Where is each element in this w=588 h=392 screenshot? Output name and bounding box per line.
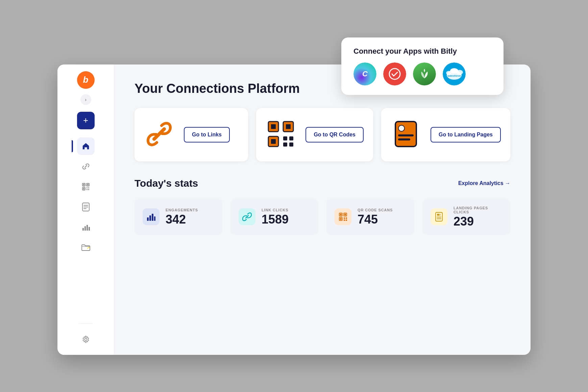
sidebar-bottom — [77, 313, 95, 348]
stats-row: ENGAGEMENTS 342 LINK CLICKS — [134, 199, 510, 235]
svg-rect-52 — [344, 219, 345, 221]
stat-landing-clicks: LANDING PAGES CLICKS 239 — [422, 199, 510, 235]
svg-rect-35 — [395, 122, 416, 147]
tooltip-title: Connect your Apps with Bitly — [353, 47, 491, 56]
svg-rect-32 — [289, 136, 293, 140]
sidebar: b › + — [57, 64, 114, 355]
landing-clicks-icon — [431, 208, 447, 225]
explore-analytics-link[interactable]: Explore Analytics → — [458, 180, 510, 186]
connect-apps-tooltip: Connect your Apps with Bitly C — [341, 37, 504, 95]
links-card: Go to Links — [134, 108, 248, 161]
engagements-info: ENGAGEMENTS 342 — [166, 208, 198, 226]
svg-rect-11 — [83, 188, 84, 189]
svg-rect-13 — [88, 187, 89, 188]
app-salesforce-icon[interactable]: salesforce — [443, 62, 466, 85]
sidebar-expand-btn[interactable]: › — [80, 94, 91, 105]
svg-rect-12 — [87, 187, 88, 188]
landing-icon-wrap — [391, 119, 421, 151]
svg-rect-31 — [283, 136, 287, 140]
landing-clicks-info: LANDING PAGES CLICKS 239 — [454, 206, 502, 228]
sidebar-item-home[interactable] — [77, 137, 95, 155]
svg-rect-26 — [271, 124, 276, 129]
qr-icon-wrap — [266, 119, 296, 151]
engagements-icon — [143, 208, 160, 225]
svg-rect-22 — [87, 225, 88, 231]
svg-point-24 — [84, 338, 87, 340]
qr-scans-info: QR CODE SCANS 745 — [358, 208, 393, 226]
svg-rect-23 — [89, 227, 90, 231]
svg-rect-51 — [346, 217, 347, 219]
sidebar-item-links[interactable] — [77, 158, 95, 175]
app-canva-icon[interactable]: C — [353, 62, 376, 85]
svg-rect-49 — [340, 218, 342, 220]
svg-point-37 — [399, 126, 404, 131]
stats-title: Today's stats — [134, 178, 198, 189]
sidebar-item-analytics[interactable] — [77, 218, 95, 236]
svg-rect-47 — [344, 214, 346, 215]
svg-rect-50 — [344, 217, 345, 219]
stat-qr-scans: QR CODE SCANS 745 — [326, 199, 414, 235]
link-clicks-value: 1589 — [262, 213, 289, 226]
landing-clicks-value: 239 — [454, 215, 502, 228]
svg-rect-20 — [82, 228, 84, 231]
svg-rect-34 — [289, 142, 293, 147]
tooltip-apps-list: C — [353, 62, 491, 85]
stat-engagements: ENGAGEMENTS 342 — [134, 199, 222, 235]
svg-rect-43 — [154, 216, 155, 221]
qr-codes-card: Go to QR Codes — [256, 108, 373, 161]
sidebar-divider — [79, 323, 93, 324]
svg-rect-15 — [88, 189, 89, 190]
stats-header: Today's stats Explore Analytics → — [134, 178, 510, 189]
main-content: Your Connections Platform Go to L — [114, 64, 531, 355]
qr-scans-value: 745 — [358, 213, 393, 226]
svg-rect-41 — [149, 215, 151, 221]
sidebar-item-settings[interactable] — [77, 331, 95, 348]
create-icon: + — [83, 115, 88, 126]
stat-link-clicks: LINK CLICKS 1589 — [230, 199, 318, 235]
sidebar-item-pages[interactable] — [77, 198, 95, 216]
logo-b-letter: b — [83, 75, 89, 85]
svg-point-56 — [437, 214, 439, 216]
svg-rect-7 — [83, 184, 84, 185]
go-to-landing-pages-button[interactable]: Go to Landing Pages — [431, 127, 501, 142]
qr-scans-label: QR CODE SCANS — [358, 208, 393, 212]
svg-rect-14 — [87, 189, 88, 190]
svg-point-0 — [389, 69, 400, 79]
link-clicks-info: LINK CLICKS 1589 — [262, 208, 289, 226]
link-icon-wrap — [144, 119, 174, 151]
svg-rect-30 — [271, 139, 276, 144]
engagements-label: ENGAGEMENTS — [166, 208, 198, 212]
svg-rect-53 — [346, 219, 347, 221]
svg-point-5 — [450, 68, 458, 74]
svg-rect-39 — [398, 138, 410, 140]
sidebar-nav — [57, 137, 114, 256]
link-clicks-icon — [239, 208, 255, 225]
engagements-value: 342 — [166, 213, 198, 226]
landing-clicks-label: LANDING PAGES CLICKS — [454, 206, 502, 214]
svg-rect-28 — [286, 124, 291, 129]
svg-rect-9 — [87, 184, 89, 185]
svg-rect-40 — [147, 217, 149, 221]
bitly-logo[interactable]: b — [77, 71, 95, 89]
create-button[interactable]: + — [77, 112, 95, 129]
svg-rect-42 — [152, 214, 153, 221]
svg-rect-38 — [398, 134, 414, 136]
qr-scans-icon — [335, 208, 351, 225]
sidebar-item-qr[interactable] — [77, 178, 95, 195]
landing-pages-card: Go to Landing Pages — [381, 108, 510, 161]
sidebar-item-folders[interactable] — [77, 239, 95, 256]
go-to-links-button[interactable]: Go to Links — [184, 127, 230, 142]
link-clicks-label: LINK CLICKS — [262, 208, 289, 212]
nav-cards-row: Go to Links — [134, 108, 510, 161]
svg-rect-21 — [84, 226, 86, 231]
svg-rect-54 — [436, 212, 442, 221]
go-to-qr-codes-button[interactable]: Go to QR Codes — [305, 127, 364, 142]
app-container: b › + — [57, 64, 531, 355]
app-check-icon[interactable] — [383, 62, 406, 85]
app-sprout-icon[interactable] — [413, 62, 436, 85]
svg-rect-45 — [340, 214, 342, 215]
svg-rect-33 — [283, 142, 287, 147]
